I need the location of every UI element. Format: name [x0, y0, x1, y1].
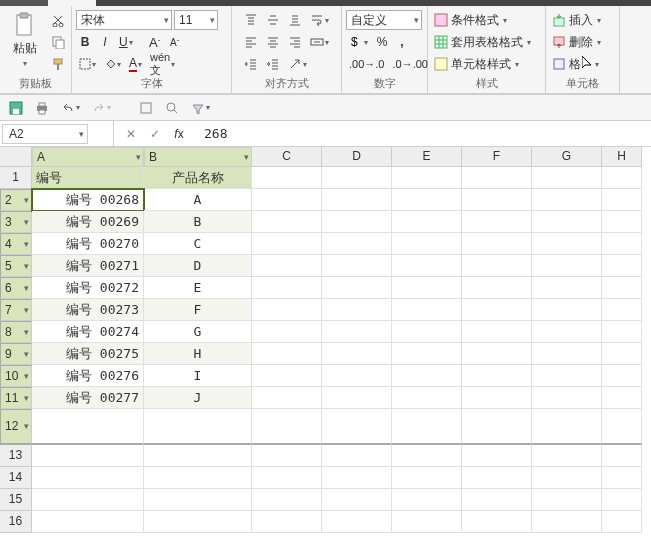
cell[interactable] — [252, 189, 322, 211]
cell[interactable]: 编号 00277 — [32, 387, 144, 409]
font-size-select[interactable]: 11 — [174, 10, 218, 30]
cell[interactable] — [252, 467, 322, 489]
row-header[interactable]: 11 — [0, 387, 32, 409]
cell[interactable] — [252, 409, 322, 445]
cell[interactable]: 编号 00270 — [32, 233, 144, 255]
cell[interactable] — [462, 409, 532, 445]
row-header[interactable]: 12 — [0, 409, 32, 445]
cell[interactable]: H — [144, 343, 252, 365]
cell[interactable] — [602, 445, 642, 467]
align-top-button[interactable] — [241, 10, 261, 30]
paste-button[interactable]: 粘贴▾ — [4, 10, 46, 70]
wrap-text-button[interactable]: ▾ — [307, 10, 332, 30]
cell[interactable] — [32, 511, 144, 533]
cell[interactable] — [252, 167, 322, 189]
cell[interactable] — [32, 489, 144, 511]
row-header[interactable]: 13 — [0, 445, 32, 467]
decrease-decimal-button[interactable]: .0→.00 — [389, 54, 430, 74]
row-header[interactable]: 1 — [0, 167, 32, 189]
cell[interactable] — [392, 277, 462, 299]
cell[interactable] — [602, 233, 642, 255]
column-header[interactable]: B — [144, 147, 252, 167]
cell[interactable] — [462, 189, 532, 211]
font-color-button[interactable]: A▾ — [126, 54, 145, 74]
cell[interactable]: 编号 00276 — [32, 365, 144, 387]
cell[interactable]: 编号 — [32, 167, 144, 189]
cell[interactable] — [532, 409, 602, 445]
cell[interactable] — [392, 343, 462, 365]
cell[interactable] — [462, 277, 532, 299]
cell[interactable] — [392, 467, 462, 489]
cell[interactable] — [392, 387, 462, 409]
align-bottom-button[interactable] — [285, 10, 305, 30]
underline-button[interactable]: U▾ — [116, 32, 136, 52]
cell[interactable] — [322, 277, 392, 299]
cell[interactable] — [602, 489, 642, 511]
row-header[interactable]: 3 — [0, 211, 32, 233]
cell[interactable] — [252, 255, 322, 277]
cut-button[interactable] — [48, 10, 68, 30]
increase-indent-button[interactable] — [263, 54, 283, 74]
cell[interactable] — [392, 445, 462, 467]
cell[interactable]: B — [144, 211, 252, 233]
cell[interactable]: 编号 00274 — [32, 321, 144, 343]
cell[interactable] — [392, 167, 462, 189]
cell[interactable] — [532, 489, 602, 511]
cell[interactable] — [532, 511, 602, 533]
print-button[interactable] — [32, 98, 52, 118]
fill-color-button[interactable]: ▾ — [101, 54, 124, 74]
percent-button[interactable]: % — [373, 32, 391, 52]
cell[interactable]: C — [144, 233, 252, 255]
row-header[interactable]: 6 — [0, 277, 32, 299]
border-button[interactable]: ▾ — [76, 54, 99, 74]
cell[interactable] — [602, 277, 642, 299]
cell[interactable] — [532, 299, 602, 321]
enter-formula-button[interactable]: ✓ — [144, 124, 166, 144]
cell[interactable] — [252, 211, 322, 233]
row-header[interactable]: 7 — [0, 299, 32, 321]
cell[interactable] — [322, 365, 392, 387]
cell[interactable] — [602, 255, 642, 277]
cell[interactable] — [462, 489, 532, 511]
grow-font-button[interactable]: Aˆ — [146, 32, 164, 52]
cell[interactable] — [252, 387, 322, 409]
cell[interactable] — [462, 211, 532, 233]
cell[interactable]: 编号 00269 — [32, 211, 144, 233]
cell[interactable]: F — [144, 299, 252, 321]
cell[interactable] — [602, 167, 642, 189]
cell[interactable] — [144, 467, 252, 489]
cell[interactable]: G — [144, 321, 252, 343]
row-header[interactable]: 9 — [0, 343, 32, 365]
cell[interactable] — [602, 321, 642, 343]
table-format-button[interactable]: 套用表格格式▾ — [432, 32, 533, 52]
cell[interactable] — [392, 489, 462, 511]
column-header[interactable]: C — [252, 147, 322, 167]
cell[interactable] — [322, 445, 392, 467]
cell[interactable] — [322, 233, 392, 255]
cell-styles-button[interactable]: 单元格样式▾ — [432, 54, 521, 74]
align-center-button[interactable] — [263, 32, 283, 52]
cell[interactable] — [322, 255, 392, 277]
cell[interactable] — [602, 189, 642, 211]
row-header[interactable]: 16 — [0, 511, 32, 533]
column-header[interactable]: E — [392, 147, 462, 167]
cell[interactable] — [144, 511, 252, 533]
cell[interactable] — [532, 343, 602, 365]
copy-button[interactable] — [48, 32, 68, 52]
cell[interactable] — [322, 511, 392, 533]
cell[interactable] — [532, 211, 602, 233]
cell[interactable] — [322, 409, 392, 445]
cell[interactable] — [532, 233, 602, 255]
cell[interactable] — [252, 277, 322, 299]
font-name-select[interactable]: 宋体 — [76, 10, 172, 30]
cell[interactable]: 编号 00272 — [32, 277, 144, 299]
cell[interactable] — [392, 511, 462, 533]
cell[interactable] — [532, 321, 602, 343]
cell[interactable] — [602, 511, 642, 533]
cell[interactable] — [602, 409, 642, 445]
cell[interactable] — [602, 299, 642, 321]
cell[interactable] — [462, 343, 532, 365]
cell[interactable] — [462, 445, 532, 467]
column-header[interactable]: A — [32, 147, 144, 167]
align-middle-button[interactable] — [263, 10, 283, 30]
